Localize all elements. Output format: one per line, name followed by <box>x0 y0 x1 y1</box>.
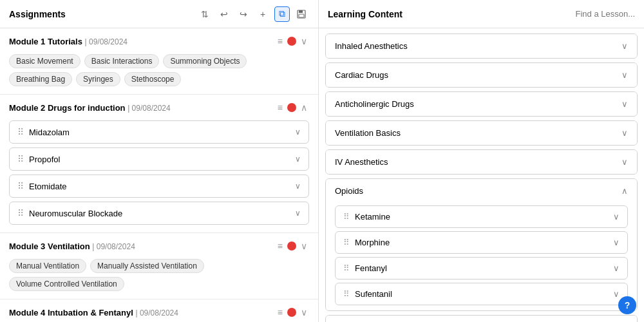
category-neuromuscular-blockade-header[interactable]: Neuromuscular Blockade & Reversal Agents… <box>326 316 637 322</box>
assignments-title: Assignments <box>9 9 192 19</box>
tag-basic-movement: Basic Movement <box>9 54 80 68</box>
module-2-status-dot <box>287 103 296 112</box>
lesson-chevron-icon[interactable]: ∨ <box>295 155 301 164</box>
module-4-date: | 09/08/2024 <box>135 308 178 317</box>
lesson-neuromuscular-blockade[interactable]: ⠿ Neuromuscular Blockade ∨ <box>9 202 309 225</box>
category-ventilation-basics-header[interactable]: Ventilation Basics ∨ <box>326 121 637 145</box>
tag-syringes: Syringes <box>76 72 120 86</box>
module-4-edit-icon[interactable]: ≡ <box>276 306 285 319</box>
lesson-chevron-icon[interactable]: ∨ <box>295 182 301 191</box>
module-1-header[interactable]: Module 1 Tutorials | 09/08/2024 ≡ ∨ <box>0 28 318 54</box>
drag-handle-icon: ⠿ <box>17 208 24 218</box>
category-iv-anesthetics-chevron[interactable]: ∨ <box>621 157 628 167</box>
help-button[interactable]: ? <box>618 296 636 314</box>
module-3-chevron-icon[interactable]: ∨ <box>299 240 309 252</box>
category-iv-anesthetics: IV Anesthetics ∨ <box>325 149 638 175</box>
module-1-date: | 09/08/2024 <box>85 37 128 46</box>
sub-item-ketamine-label: Ketamine <box>355 212 613 222</box>
sub-item-morphine-chevron[interactable]: ∨ <box>613 238 620 247</box>
tag-summoning-objects: Summoning Objects <box>163 54 247 68</box>
save-icon[interactable] <box>294 6 309 22</box>
category-anticholinergic-drugs-label: Anticholinergic Drugs <box>335 99 621 109</box>
undo-icon[interactable]: ↩ <box>216 6 232 22</box>
module-4-header[interactable]: Module 4 Intubation & Fentanyl | 09/08/2… <box>0 299 318 322</box>
module-1-title: Module 1 Tutorials | 09/08/2024 <box>9 37 270 46</box>
sub-item-fentanyl-chevron[interactable]: ∨ <box>613 263 620 273</box>
lesson-name-midazolam: Midazolam <box>29 128 295 137</box>
sub-drag-handle-icon: ⠿ <box>343 263 350 273</box>
module-1-actions: ≡ ∨ <box>276 35 309 48</box>
category-opioids-header[interactable]: Opioids ∧ <box>326 179 637 203</box>
sub-drag-handle-icon: ⠿ <box>343 212 350 222</box>
category-ventilation-basics: Ventilation Basics ∨ <box>325 120 638 146</box>
category-inhaled-anesthetics-label: Inhaled Anesthetics <box>335 41 621 51</box>
sub-item-sufentanil[interactable]: ⠿ Sufentanil ∨ <box>335 283 628 305</box>
category-cardiac-drugs-label: Cardiac Drugs <box>335 70 621 80</box>
category-inhaled-anesthetics-chevron[interactable]: ∨ <box>621 41 628 51</box>
find-lesson-input[interactable] <box>527 9 635 19</box>
module-2-title: Module 2 Drugs for induction | 09/08/202… <box>9 103 270 113</box>
lesson-name-neuromuscular-blockade: Neuromuscular Blockade <box>29 209 295 218</box>
category-ventilation-basics-chevron[interactable]: ∨ <box>621 128 628 138</box>
modules-list: Module 1 Tutorials | 09/08/2024 ≡ ∨ Basi… <box>0 28 318 322</box>
lesson-chevron-icon[interactable]: ∨ <box>295 128 301 137</box>
module-2: Module 2 Drugs for induction | 09/08/202… <box>0 95 318 233</box>
module-2-edit-icon[interactable]: ≡ <box>276 101 285 114</box>
add-icon[interactable]: + <box>255 6 270 22</box>
module-2-header[interactable]: Module 2 Drugs for induction | 09/08/202… <box>0 95 318 120</box>
sub-drag-handle-icon: ⠿ <box>343 289 350 299</box>
left-panel-header: Assignments ⇅ ↩ ↪ + ⧉ <box>0 0 318 28</box>
module-3-header[interactable]: Module 3 Ventilation | 09/08/2024 ≡ ∨ <box>0 233 318 259</box>
header-toolbar: ⇅ ↩ ↪ + ⧉ <box>197 6 309 22</box>
module-4-status-dot <box>287 308 296 317</box>
category-neuromuscular-blockade: Neuromuscular Blockade & Reversal Agents… <box>325 315 638 322</box>
opioids-sub-items: ⠿ Ketamine ∨ ⠿ Morphine ∨ ⠿ Fentanyl ∨ ⠿… <box>326 203 637 310</box>
module-1-status-dot <box>287 37 296 46</box>
module-4-chevron-icon[interactable]: ∨ <box>299 306 309 319</box>
module-4-actions: ≡ ∨ <box>276 306 309 319</box>
drag-handle-icon: ⠿ <box>17 154 24 164</box>
category-iv-anesthetics-label: IV Anesthetics <box>335 157 621 167</box>
module-2-actions: ≡ ∧ <box>276 101 309 114</box>
drag-handle-icon: ⠿ <box>17 127 24 137</box>
lesson-propofol[interactable]: ⠿ Propofol ∨ <box>9 147 309 171</box>
module-1: Module 1 Tutorials | 09/08/2024 ≡ ∨ Basi… <box>0 28 318 95</box>
module-2-chevron-icon[interactable]: ∧ <box>299 101 309 114</box>
category-anticholinergic-drugs-chevron[interactable]: ∨ <box>621 99 628 109</box>
sub-item-sufentanil-label: Sufentanil <box>355 289 613 299</box>
module-1-edit-icon[interactable]: ≡ <box>276 35 285 48</box>
categories-list: Inhaled Anesthetics ∨ Cardiac Drugs ∨ An… <box>319 28 644 322</box>
category-opioids-label: Opioids <box>335 186 621 196</box>
lesson-etomidate[interactable]: ⠿ Etomidate ∨ <box>9 175 309 198</box>
module-3-actions: ≡ ∨ <box>276 240 309 252</box>
sub-item-morphine[interactable]: ⠿ Morphine ∨ <box>335 231 628 254</box>
module-3-status-dot <box>287 242 296 251</box>
category-cardiac-drugs-header[interactable]: Cardiac Drugs ∨ <box>326 63 637 87</box>
module-3-date: | 09/08/2024 <box>92 242 135 251</box>
category-cardiac-drugs-chevron[interactable]: ∨ <box>621 70 628 80</box>
sort-icon[interactable]: ⇅ <box>197 6 213 22</box>
category-anticholinergic-drugs-header[interactable]: Anticholinergic Drugs ∨ <box>326 92 637 116</box>
module-4: Module 4 Intubation & Fentanyl | 09/08/2… <box>0 299 318 322</box>
redo-icon[interactable]: ↪ <box>236 6 251 22</box>
module-3: Module 3 Ventilation | 09/08/2024 ≡ ∨ Ma… <box>0 233 318 299</box>
category-anticholinergic-drugs: Anticholinergic Drugs ∨ <box>325 91 638 117</box>
module-1-tags: Basic Movement Basic Interactions Summon… <box>0 54 318 94</box>
lesson-chevron-icon[interactable]: ∨ <box>295 209 301 218</box>
category-opioids: Opioids ∧ ⠿ Ketamine ∨ ⠿ Morphine ∨ ⠿ Fe… <box>325 178 638 311</box>
copy-icon[interactable]: ⧉ <box>274 6 290 22</box>
lesson-midazolam[interactable]: ⠿ Midazolam ∨ <box>9 120 309 144</box>
sub-item-fentanyl[interactable]: ⠿ Fentanyl ∨ <box>335 257 628 279</box>
svg-rect-2 <box>299 14 304 17</box>
category-iv-anesthetics-header[interactable]: IV Anesthetics ∨ <box>326 150 637 174</box>
svg-rect-1 <box>299 10 303 13</box>
tag-basic-interactions: Basic Interactions <box>84 54 160 68</box>
category-inhaled-anesthetics-header[interactable]: Inhaled Anesthetics ∨ <box>326 34 637 58</box>
module-3-edit-icon[interactable]: ≡ <box>276 240 285 252</box>
sub-item-ketamine[interactable]: ⠿ Ketamine ∨ <box>335 205 628 228</box>
tag-manually-assisted-ventilation: Manually Assisted Ventilation <box>90 259 204 273</box>
module-1-chevron-icon[interactable]: ∨ <box>299 35 309 48</box>
sub-item-sufentanil-chevron[interactable]: ∨ <box>613 289 620 299</box>
sub-item-ketamine-chevron[interactable]: ∨ <box>613 212 620 222</box>
category-opioids-chevron[interactable]: ∧ <box>621 186 628 196</box>
